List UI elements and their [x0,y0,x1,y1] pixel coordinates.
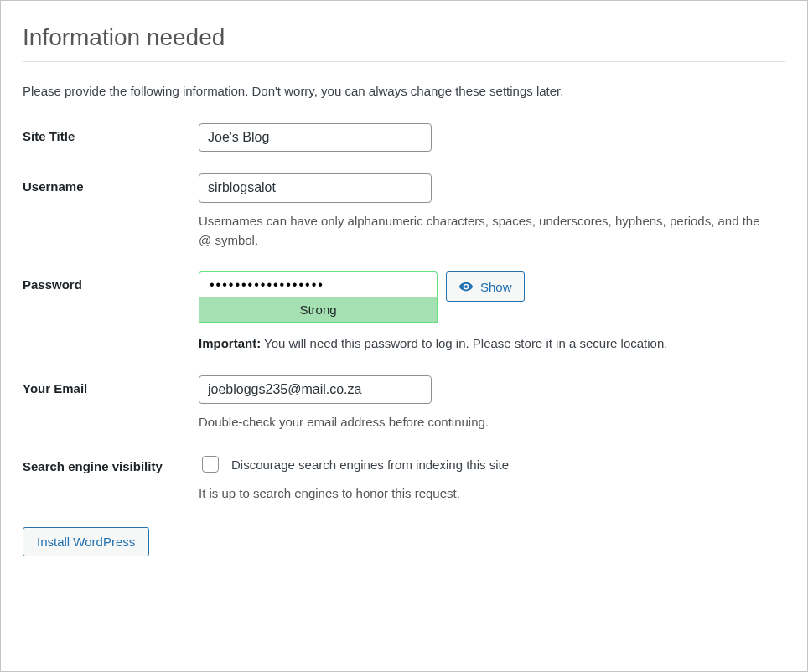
email-input[interactable] [199,375,432,404]
site-title-input[interactable] [199,123,432,152]
label-password: Password [23,271,199,293]
show-password-button[interactable]: Show [446,271,525,302]
label-username: Username [23,173,199,195]
row-password: Password Strong Show Important: You will… [23,271,785,354]
install-wordpress-button[interactable]: Install WordPress [23,527,149,556]
password-important-label: Important: [199,336,261,350]
username-input[interactable] [199,173,432,202]
email-help: Double-check your email address before c… [199,412,769,432]
install-panel: Information needed Please provide the fo… [0,0,808,672]
visibility-checkbox-label: Discourage search engines from indexing … [231,457,509,472]
visibility-help: It is up to search engines to honor this… [199,483,769,503]
page-heading: Information needed [23,24,785,51]
password-input[interactable] [199,271,438,297]
intro-text: Please provide the following information… [23,84,785,98]
setup-form: Site Title Username Usernames can have o… [23,123,785,504]
row-username: Username Usernames can have only alphanu… [23,173,785,250]
divider [23,61,785,62]
username-help: Usernames can have only alphanumeric cha… [199,211,769,251]
label-visibility: Search engine visibility [23,453,199,475]
submit-area: Install WordPress [23,527,785,556]
row-site-title: Site Title [23,123,785,152]
row-visibility: Search engine visibility Discourage sear… [23,453,785,503]
label-site-title: Site Title [23,123,199,145]
password-important: Important: You will need this password t… [199,334,785,354]
visibility-checkbox[interactable] [202,456,219,473]
password-important-text: You will need this password to log in. P… [264,336,667,350]
row-email: Your Email Double-check your email addre… [23,375,785,432]
eye-icon [458,279,474,294]
password-strength-meter: Strong [199,297,438,323]
show-password-label: Show [480,280,512,294]
label-email: Your Email [23,375,199,397]
